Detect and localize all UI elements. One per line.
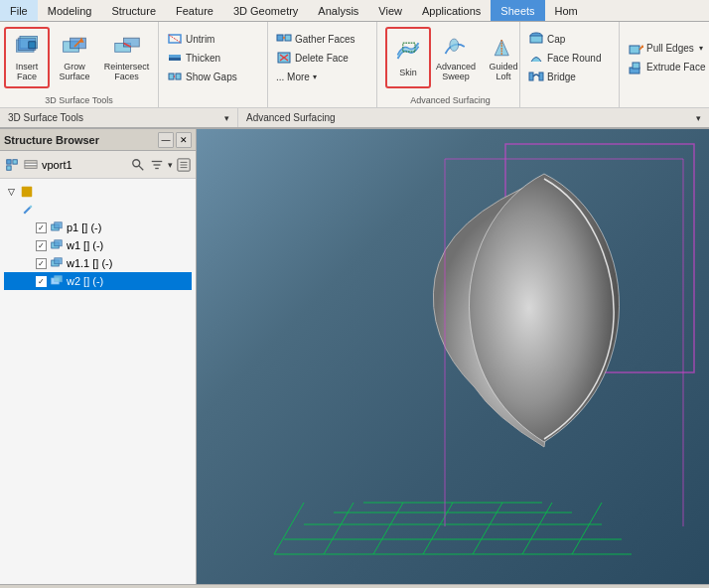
browser-close-button[interactable]: ✕: [176, 132, 192, 148]
tree-label-w2: w2 [] (-): [67, 275, 103, 287]
icon-p1: [49, 220, 65, 235]
section-collapse-icon[interactable]: ▾: [224, 113, 229, 123]
checkbox-w1[interactable]: [36, 240, 47, 251]
untrim-icon: [167, 31, 183, 47]
delete-face-label: Delete Face: [295, 53, 349, 64]
tree-item-p1[interactable]: p1 [] (-): [4, 219, 192, 236]
menu-home[interactable]: Hom: [545, 0, 588, 21]
menu-bar: File Modeling Structure Feature 3D Geome…: [0, 0, 709, 22]
more-button[interactable]: ... More ▾: [272, 68, 372, 85]
tree-item-w1[interactable]: w1 [] (-): [4, 236, 192, 254]
filter-dropdown[interactable]: ▾: [168, 160, 173, 170]
grow-surface-icon: [61, 33, 88, 61]
svg-rect-38: [13, 159, 17, 163]
checkbox-w1-1[interactable]: [36, 258, 47, 269]
tree-label-w1-1: w1.1 [] (-): [67, 257, 112, 269]
gather-faces-label: Gather Faces: [295, 34, 355, 45]
extrude-face-part-label: Extrude Face Part: [646, 62, 709, 73]
svg-point-43: [133, 159, 140, 166]
tree-root[interactable]: ▽: [4, 183, 192, 201]
face-round-button[interactable]: Face Round: [524, 49, 615, 67]
tree-item-w1-1[interactable]: w1.1 [] (-): [4, 254, 192, 272]
ribbon-group-cap: Cap Face Round: [520, 22, 620, 107]
reintersect-faces-label: ReintersectFaces: [104, 63, 150, 82]
browser-toolbar: vport1 ▾: [0, 151, 196, 179]
browser-table-icon[interactable]: [23, 157, 39, 173]
untrim-button[interactable]: Untrim: [163, 30, 263, 48]
checkbox-p1[interactable]: [36, 222, 47, 233]
cap-label: Cap: [547, 34, 565, 45]
grow-surface-label: GrowSurface: [59, 63, 89, 82]
viewport-3d[interactable]: [197, 129, 709, 584]
insert-face-button[interactable]: InsertFace: [4, 27, 50, 88]
pull-edges-button[interactable]: Pull Edges ▾: [624, 40, 709, 58]
vport-label: vport1: [42, 159, 72, 171]
browser-models-icon[interactable]: [4, 157, 20, 173]
svg-rect-56: [55, 240, 63, 246]
menu-applications[interactable]: Applications: [412, 0, 491, 21]
pull-edges-dropdown[interactable]: ▾: [699, 44, 703, 53]
thicken-button[interactable]: Thicken: [163, 49, 263, 67]
ribbon-buttons-main: InsertFace GrowSurface: [4, 24, 154, 105]
tree-label-p1: p1 [] (-): [67, 221, 101, 233]
menu-file[interactable]: File: [0, 0, 38, 21]
section-advanced-surfacing[interactable]: Advanced Surfacing ▾: [238, 108, 709, 127]
menu-analysis[interactable]: Analysis: [308, 0, 368, 21]
tree-item-w2[interactable]: w2 [] (-): [4, 272, 192, 290]
tree-root-icon: [19, 184, 35, 200]
menu-view[interactable]: View: [368, 0, 412, 21]
tree-edit-icon: [20, 202, 36, 218]
svg-rect-31: [539, 73, 543, 80]
structure-browser: Structure Browser — ✕: [0, 129, 197, 584]
section-adv-collapse-icon[interactable]: ▾: [696, 113, 701, 123]
menu-modeling[interactable]: Modeling: [38, 0, 102, 21]
browser-header: Structure Browser — ✕: [0, 129, 196, 151]
ribbon-group-face-ops: Gather Faces Delete Face ... More ▾: [268, 22, 377, 107]
face-round-label: Face Round: [547, 53, 601, 64]
extrude-face-part-icon: [628, 60, 643, 75]
grow-surface-button[interactable]: GrowSurface: [52, 27, 97, 88]
tree-edit-row[interactable]: [4, 201, 192, 219]
gather-faces-button[interactable]: Gather Faces: [272, 30, 372, 48]
tree-root-expand[interactable]: ▽: [8, 187, 15, 197]
browser-filter-icon[interactable]: [149, 157, 165, 173]
svg-rect-13: [169, 55, 181, 58]
group-label-surface-tools: 3D Surface Tools: [0, 95, 158, 105]
skin-button[interactable]: Skin: [385, 27, 431, 88]
browser-pin-button[interactable]: —: [158, 132, 174, 148]
svg-rect-39: [7, 165, 11, 169]
ribbon-group-surface-ops: Untrim Thicken: [159, 22, 268, 107]
menu-feature[interactable]: Feature: [166, 0, 223, 21]
thicken-label: Thicken: [186, 53, 220, 64]
insert-face-icon: [13, 33, 41, 61]
checkbox-w2[interactable]: [36, 276, 47, 287]
svg-line-44: [139, 165, 143, 169]
reintersect-faces-button[interactable]: ReintersectFaces: [99, 27, 154, 88]
cap-button[interactable]: Cap: [524, 30, 615, 48]
icon-w1-1: [49, 255, 65, 271]
svg-marker-3: [29, 42, 36, 49]
menu-structure[interactable]: Structure: [101, 0, 166, 21]
browser-options-icon[interactable]: [176, 157, 192, 173]
cap-icon: [528, 31, 544, 47]
section-3d-surface-label: 3D Surface Tools: [8, 112, 83, 123]
advanced-sweep-button[interactable]: AdvancedSweep: [433, 27, 479, 88]
section-3d-surface-tools[interactable]: 3D Surface Tools ▾: [0, 108, 238, 127]
pull-edges-icon: [628, 41, 643, 57]
svg-rect-18: [277, 35, 283, 41]
thicken-icon: [167, 50, 183, 66]
svg-rect-37: [7, 159, 11, 163]
menu-3d-geometry[interactable]: 3D Geometry: [223, 0, 308, 21]
extrude-face-part-button[interactable]: Extrude Face Part: [624, 59, 709, 76]
menu-sheets[interactable]: Sheets: [491, 0, 544, 21]
browser-search-icon[interactable]: [130, 157, 146, 173]
delete-face-button[interactable]: Delete Face: [272, 49, 372, 67]
bridge-button[interactable]: Bridge: [524, 68, 615, 85]
reintersect-faces-icon: [113, 33, 141, 61]
svg-rect-52: [22, 187, 33, 198]
show-gaps-button[interactable]: Show Gaps: [163, 68, 263, 85]
svg-rect-58: [55, 258, 63, 264]
guided-loft-icon: [490, 33, 517, 61]
icon-w1: [49, 237, 65, 253]
skin-label: Skin: [399, 68, 417, 77]
